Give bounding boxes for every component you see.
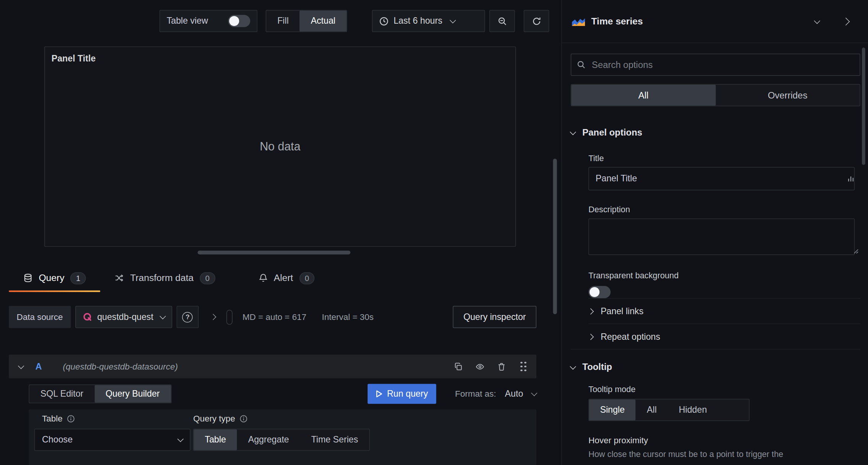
- panel-preview: Panel Title No data: [44, 47, 516, 247]
- options-search[interactable]: [571, 54, 860, 76]
- sql-editor-option[interactable]: SQL Editor: [29, 385, 95, 402]
- grafana-panel-editor: Table view Fill Actual Last 6 hours P: [0, 0, 868, 465]
- editor-mode-segmented: SQL Editor Query Builder: [29, 384, 171, 403]
- tooltip-mode-single[interactable]: Single: [589, 399, 636, 420]
- chevron-right-icon: [842, 18, 850, 25]
- tab-alert[interactable]: Alert 0: [244, 265, 329, 291]
- panel-links-label: Panel links: [601, 306, 643, 316]
- panel-links-section-header[interactable]: Panel links: [588, 298, 860, 324]
- visualization-name: Time series: [591, 16, 643, 27]
- hide-query-eye-icon[interactable]: [475, 362, 485, 371]
- refresh-button[interactable]: [524, 10, 549, 32]
- tooltip-mode-all[interactable]: All: [636, 399, 668, 420]
- table-field-label: Table: [42, 414, 63, 424]
- alert-count-badge: 0: [299, 272, 314, 284]
- zoom-out-button[interactable]: [489, 10, 515, 32]
- horizontal-scrollbar[interactable]: [198, 250, 350, 254]
- chevron-right-icon: [588, 334, 594, 340]
- tab-transform-label: Transform data: [130, 273, 194, 284]
- chevron-down-icon: [570, 363, 576, 369]
- query-datasource-note: (questdb-questdb-datasource): [63, 362, 178, 371]
- options-filter-tabs: All Overrides: [571, 84, 860, 106]
- tooltip-section-header[interactable]: Tooltip: [571, 349, 860, 372]
- table-view-switch[interactable]: [228, 15, 250, 27]
- query-editor-toolbar: SQL Editor Query Builder Run query Forma…: [29, 383, 536, 404]
- left-pane-scrollbar[interactable]: [553, 159, 557, 314]
- table-view-toggle-group: Table view: [159, 10, 257, 32]
- query-builder-option[interactable]: Query Builder: [94, 385, 171, 402]
- query-row-header[interactable]: A (questdb-questdb-datasource): [9, 355, 536, 378]
- collapse-query-chevron-icon[interactable]: [18, 363, 24, 369]
- visualization-picker[interactable]: Time series: [562, 0, 868, 43]
- time-range-label: Last 6 hours: [394, 16, 442, 26]
- panel-description-textarea[interactable]: [588, 218, 855, 255]
- interval-text: Interval = 30s: [322, 312, 374, 322]
- options-sidebar: Time series All Overrides: [561, 0, 868, 465]
- panel-title-input[interactable]: [588, 167, 855, 191]
- query-type-timeseries[interactable]: Time Series: [300, 429, 369, 450]
- mini-chart-icon: [847, 174, 855, 182]
- repeat-options-section-header[interactable]: Repeat options: [588, 324, 860, 349]
- datasource-help-button[interactable]: ?: [177, 306, 199, 328]
- max-data-points-text: MD = auto = 617: [243, 312, 306, 322]
- no-data-message: No data: [45, 47, 515, 246]
- repeat-options-label: Repeat options: [601, 332, 660, 342]
- run-query-label: Run query: [387, 389, 428, 399]
- format-as-value[interactable]: Auto: [505, 389, 523, 399]
- chevron-down-icon: [160, 313, 166, 319]
- table-select-value: Choose: [42, 435, 73, 445]
- tooltip-mode-label: Tooltip mode: [588, 384, 860, 394]
- panel-options-header-label: Panel options: [582, 127, 642, 138]
- duplicate-query-icon[interactable]: [454, 362, 463, 371]
- editor-tabs: Query 1 Transform data 0 Alert 0: [9, 265, 329, 291]
- display-mode-actual[interactable]: Actual: [300, 11, 347, 32]
- datasource-bar: Data source questdb-quest ? MD = auto = …: [9, 306, 536, 328]
- tab-query[interactable]: Query 1: [9, 265, 100, 291]
- chevron-down-icon: [570, 129, 576, 135]
- query-type-aggregate[interactable]: Aggregate: [237, 429, 300, 450]
- questdb-logo-icon: [82, 312, 92, 322]
- tab-transform-data[interactable]: Transform data 0: [100, 265, 229, 291]
- query-inspector-button[interactable]: Query inspector: [453, 306, 536, 328]
- table-view-label: Table view: [167, 16, 208, 26]
- table-select[interactable]: Choose: [34, 429, 191, 451]
- chevron-down-icon[interactable]: [531, 390, 537, 396]
- transparent-background-switch[interactable]: [588, 286, 611, 298]
- refresh-icon: [532, 16, 541, 26]
- query-options-chevron-right-icon[interactable]: [210, 314, 216, 320]
- database-icon: [23, 273, 33, 283]
- query-type-segmented: Table Aggregate Time Series: [193, 429, 370, 451]
- collapse-options-pane-button[interactable]: [834, 10, 858, 32]
- tooltip-mode-hidden[interactable]: Hidden: [668, 399, 718, 420]
- switch-knob: [229, 16, 239, 26]
- drag-handle-icon[interactable]: [520, 362, 526, 371]
- query-type-table[interactable]: Table: [194, 429, 237, 450]
- datasource-picker[interactable]: questdb-quest: [75, 306, 172, 328]
- timeseries-icon: [572, 17, 585, 26]
- query-ref-id: A: [36, 362, 42, 371]
- chevron-right-icon: [588, 308, 594, 314]
- options-search-input[interactable]: [591, 59, 854, 70]
- query-type-label: Query type: [193, 414, 235, 424]
- query-options-stub[interactable]: [227, 310, 233, 325]
- time-range-picker[interactable]: Last 6 hours: [372, 10, 485, 32]
- hover-proximity-label: Hover proximity: [588, 435, 860, 445]
- transform-icon: [115, 273, 124, 283]
- panel-options-section-header[interactable]: Panel options: [571, 127, 860, 138]
- run-query-button[interactable]: Run query: [368, 384, 436, 404]
- bell-icon: [258, 273, 268, 283]
- format-as-control: Format as: Auto: [455, 389, 536, 399]
- title-field-label: Title: [588, 153, 860, 163]
- resize-handle-icon[interactable]: [853, 249, 858, 254]
- delete-query-trash-icon[interactable]: [497, 362, 506, 371]
- display-mode-fill[interactable]: Fill: [266, 11, 300, 32]
- info-icon[interactable]: [67, 415, 74, 423]
- filter-tab-all[interactable]: All: [571, 85, 715, 106]
- clock-icon: [379, 16, 389, 26]
- description-field-label: Description: [588, 205, 860, 214]
- filter-tab-overrides[interactable]: Overrides: [716, 85, 860, 106]
- info-icon[interactable]: [240, 415, 247, 423]
- tab-query-label: Query: [39, 273, 64, 284]
- chevron-down-icon: [177, 436, 183, 442]
- query-count-badge: 1: [70, 272, 86, 284]
